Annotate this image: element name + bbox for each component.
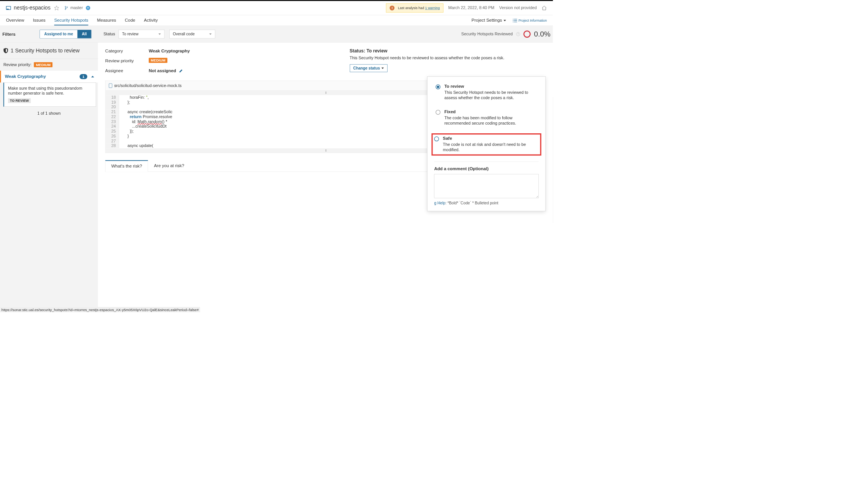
analysis-timestamp: March 22, 2022, 8:40 PM — [448, 6, 494, 11]
option-title: To review — [444, 84, 537, 89]
svg-point-1 — [65, 6, 66, 7]
add-branch-icon[interactable]: + — [86, 6, 90, 10]
project-information-label: Project Information — [518, 19, 547, 22]
shield-icon — [3, 48, 8, 53]
radio-icon — [434, 137, 439, 142]
all-button[interactable]: All — [77, 30, 91, 38]
code-scope-value: Overall code — [173, 32, 194, 36]
reviewed-percent: 0.0% — [534, 30, 551, 38]
category-row[interactable]: Weak Cryptography 1 — [0, 71, 98, 82]
are-you-at-risk-tab[interactable]: Are you at risk? — [148, 160, 190, 172]
svg-rect-5 — [514, 20, 517, 21]
status-select-value: To review — [122, 32, 139, 36]
whats-the-risk-tab[interactable]: What's the risk? — [105, 160, 148, 172]
tab-measures[interactable]: Measures — [97, 16, 116, 25]
branch-name[interactable]: master — [70, 6, 83, 11]
option-desc: The code is not at risk and doesn't need… — [443, 142, 538, 153]
warning-link[interactable]: 1 warning — [425, 6, 440, 10]
shown-count: 1 of 1 shown — [0, 107, 98, 120]
assignment-toggle: Assigned to me All — [39, 30, 91, 38]
status-filter-label: Status — [103, 32, 115, 36]
format-help: g Help: *Bold* `Code` * Bulleted point — [434, 201, 538, 205]
svg-point-3 — [66, 7, 67, 8]
file-path: src/solicitud/solicitud-service-mock.ts — [114, 83, 182, 88]
tab-activity[interactable]: Activity — [144, 16, 158, 25]
comment-label: Add a comment (Optional) — [434, 166, 538, 171]
status-title: Status: To review — [350, 48, 546, 54]
change-status-popup: To reviewThis Security Hotspot needs to … — [427, 76, 546, 211]
issue-card[interactable]: Make sure that using this pseudorandom n… — [3, 82, 96, 107]
radio-icon — [436, 110, 440, 115]
project-icon — [6, 6, 11, 10]
change-status-button[interactable]: Change status — [350, 64, 388, 72]
option-title: Safe — [443, 136, 538, 141]
svg-marker-0 — [54, 6, 59, 10]
reviewed-label: Security Hotspots Reviewed — [461, 32, 513, 36]
reviewed-donut-icon — [523, 30, 530, 38]
star-icon[interactable] — [54, 5, 59, 11]
sidebar-priority-label: Review priority: — [3, 62, 32, 67]
option-desc: The code has been modified to follow rec… — [444, 115, 537, 126]
svg-point-2 — [65, 9, 66, 9]
file-icon — [109, 84, 112, 88]
status-option-fixed[interactable]: FixedThe code has been modified to follo… — [434, 108, 538, 128]
comment-textarea[interactable] — [434, 174, 538, 198]
svg-point-7 — [513, 19, 513, 19]
category-label: Category — [105, 48, 144, 53]
help-icon[interactable]: ? — [516, 32, 520, 36]
list-icon — [513, 19, 517, 22]
issue-status-badge: TO REVIEW — [8, 98, 31, 103]
home-icon[interactable] — [541, 5, 547, 11]
branch-icon — [65, 6, 68, 10]
project-information-link[interactable]: Project Information — [513, 19, 547, 22]
filters-label: Filters — [2, 32, 15, 36]
priority-label: Review priority — [105, 58, 144, 63]
tab-overview[interactable]: Overview — [6, 16, 24, 25]
tab-issues[interactable]: Issues — [33, 16, 46, 25]
category-count: 1 — [79, 74, 87, 79]
status-bar-url: https://sonar.stic.ual.es/security_hotsp… — [0, 307, 200, 312]
svg-rect-6 — [514, 22, 517, 22]
tab-code[interactable]: Code — [125, 16, 135, 25]
project-settings-dropdown[interactable]: Project Settings — [472, 18, 506, 23]
code-scope-select[interactable]: Overall code — [169, 30, 215, 38]
chevron-up-icon — [91, 76, 94, 77]
category-name: Weak Cryptography — [5, 74, 46, 79]
assignee-label: Assignee — [105, 68, 144, 73]
version-text: Version not provided — [499, 6, 537, 11]
issue-text: Make sure that using this pseudorandom n… — [8, 86, 92, 96]
status-description: This Security Hotspot needs to be review… — [350, 55, 546, 61]
warning-banner: ! Last analysis had 1 warning — [386, 3, 443, 13]
formatting-help-link[interactable]: g Help — [434, 201, 445, 205]
priority-badge-detail: MEDIUM — [149, 58, 167, 63]
option-title: Fixed — [444, 109, 537, 114]
svg-point-8 — [513, 20, 513, 21]
edit-icon[interactable] — [179, 69, 183, 73]
radio-icon — [436, 84, 440, 89]
chevron-down-icon — [209, 33, 211, 35]
status-select[interactable]: To review — [118, 30, 164, 38]
sidebar-title: 1 Security Hotspots to review — [11, 47, 79, 54]
chevron-down-icon — [158, 33, 161, 35]
svg-point-9 — [513, 22, 513, 22]
category-value: Weak Cryptography — [149, 48, 345, 53]
status-option-safe[interactable]: SafeThe code is not at risk and doesn't … — [431, 133, 541, 155]
project-name[interactable]: nestjs-espacios — [14, 5, 51, 11]
priority-badge: MEDIUM — [34, 62, 52, 67]
tab-security-hotspots[interactable]: Security Hotspots — [54, 16, 88, 25]
status-option-to-review[interactable]: To reviewThis Security Hotspot needs to … — [434, 82, 538, 102]
option-desc: This Security Hotspot needs to be review… — [444, 90, 537, 101]
svg-rect-4 — [514, 19, 517, 19]
warning-text: Last analysis had — [398, 6, 424, 10]
assigned-to-me-button[interactable]: Assigned to me — [40, 30, 77, 38]
assignee-value: Not assigned — [149, 68, 176, 73]
warning-icon: ! — [390, 6, 395, 11]
